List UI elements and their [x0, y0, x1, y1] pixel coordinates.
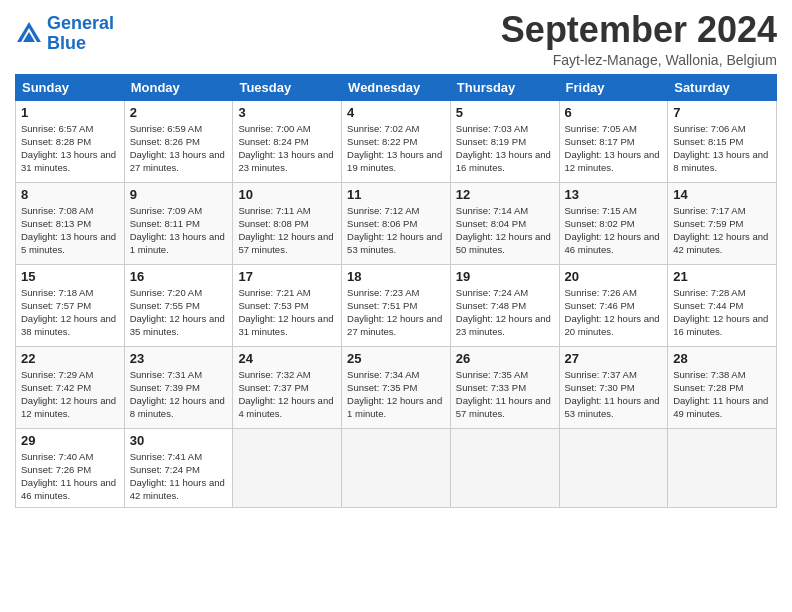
day-info: Sunrise: 7:40 AMSunset: 7:26 PMDaylight:… [21, 450, 119, 503]
day-number: 19 [456, 269, 554, 284]
day-info: Sunrise: 7:31 AMSunset: 7:39 PMDaylight:… [130, 368, 228, 421]
day-info: Sunrise: 6:57 AMSunset: 8:28 PMDaylight:… [21, 122, 119, 175]
header-tuesday: Tuesday [233, 74, 342, 100]
calendar-cell: 15Sunrise: 7:18 AMSunset: 7:57 PMDayligh… [16, 264, 125, 346]
logo-icon [15, 20, 43, 48]
day-info: Sunrise: 7:26 AMSunset: 7:46 PMDaylight:… [565, 286, 663, 339]
calendar-week-row: 22Sunrise: 7:29 AMSunset: 7:42 PMDayligh… [16, 346, 777, 428]
day-number: 14 [673, 187, 771, 202]
day-number: 7 [673, 105, 771, 120]
day-info: Sunrise: 7:12 AMSunset: 8:06 PMDaylight:… [347, 204, 445, 257]
day-info: Sunrise: 7:03 AMSunset: 8:19 PMDaylight:… [456, 122, 554, 175]
day-info: Sunrise: 7:14 AMSunset: 8:04 PMDaylight:… [456, 204, 554, 257]
day-info: Sunrise: 7:29 AMSunset: 7:42 PMDaylight:… [21, 368, 119, 421]
day-info: Sunrise: 6:59 AMSunset: 8:26 PMDaylight:… [130, 122, 228, 175]
calendar-cell: 18Sunrise: 7:23 AMSunset: 7:51 PMDayligh… [342, 264, 451, 346]
day-number: 22 [21, 351, 119, 366]
day-info: Sunrise: 7:17 AMSunset: 7:59 PMDaylight:… [673, 204, 771, 257]
day-info: Sunrise: 7:41 AMSunset: 7:24 PMDaylight:… [130, 450, 228, 503]
calendar-cell: 24Sunrise: 7:32 AMSunset: 7:37 PMDayligh… [233, 346, 342, 428]
calendar-cell: 11Sunrise: 7:12 AMSunset: 8:06 PMDayligh… [342, 182, 451, 264]
day-number: 12 [456, 187, 554, 202]
calendar: SundayMondayTuesdayWednesdayThursdayFrid… [15, 74, 777, 508]
day-number: 4 [347, 105, 445, 120]
day-number: 27 [565, 351, 663, 366]
calendar-cell: 26Sunrise: 7:35 AMSunset: 7:33 PMDayligh… [450, 346, 559, 428]
day-info: Sunrise: 7:23 AMSunset: 7:51 PMDaylight:… [347, 286, 445, 339]
calendar-cell: 28Sunrise: 7:38 AMSunset: 7:28 PMDayligh… [668, 346, 777, 428]
day-number: 30 [130, 433, 228, 448]
day-number: 6 [565, 105, 663, 120]
calendar-cell: 20Sunrise: 7:26 AMSunset: 7:46 PMDayligh… [559, 264, 668, 346]
header-saturday: Saturday [668, 74, 777, 100]
calendar-week-row: 15Sunrise: 7:18 AMSunset: 7:57 PMDayligh… [16, 264, 777, 346]
day-info: Sunrise: 7:11 AMSunset: 8:08 PMDaylight:… [238, 204, 336, 257]
calendar-cell [233, 428, 342, 507]
header: General Blue September 2024 Fayt-lez-Man… [15, 10, 777, 68]
calendar-week-row: 29Sunrise: 7:40 AMSunset: 7:26 PMDayligh… [16, 428, 777, 507]
day-info: Sunrise: 7:08 AMSunset: 8:13 PMDaylight:… [21, 204, 119, 257]
calendar-cell: 25Sunrise: 7:34 AMSunset: 7:35 PMDayligh… [342, 346, 451, 428]
calendar-cell: 9Sunrise: 7:09 AMSunset: 8:11 PMDaylight… [124, 182, 233, 264]
calendar-header-row: SundayMondayTuesdayWednesdayThursdayFrid… [16, 74, 777, 100]
calendar-week-row: 1Sunrise: 6:57 AMSunset: 8:28 PMDaylight… [16, 100, 777, 182]
calendar-cell: 4Sunrise: 7:02 AMSunset: 8:22 PMDaylight… [342, 100, 451, 182]
header-friday: Friday [559, 74, 668, 100]
day-number: 17 [238, 269, 336, 284]
calendar-cell: 8Sunrise: 7:08 AMSunset: 8:13 PMDaylight… [16, 182, 125, 264]
calendar-cell: 3Sunrise: 7:00 AMSunset: 8:24 PMDaylight… [233, 100, 342, 182]
day-number: 9 [130, 187, 228, 202]
day-number: 18 [347, 269, 445, 284]
day-number: 20 [565, 269, 663, 284]
logo: General Blue [15, 14, 114, 54]
calendar-cell: 23Sunrise: 7:31 AMSunset: 7:39 PMDayligh… [124, 346, 233, 428]
day-number: 3 [238, 105, 336, 120]
day-number: 11 [347, 187, 445, 202]
calendar-cell: 27Sunrise: 7:37 AMSunset: 7:30 PMDayligh… [559, 346, 668, 428]
calendar-cell: 12Sunrise: 7:14 AMSunset: 8:04 PMDayligh… [450, 182, 559, 264]
header-sunday: Sunday [16, 74, 125, 100]
calendar-cell: 22Sunrise: 7:29 AMSunset: 7:42 PMDayligh… [16, 346, 125, 428]
calendar-cell: 10Sunrise: 7:11 AMSunset: 8:08 PMDayligh… [233, 182, 342, 264]
page: General Blue September 2024 Fayt-lez-Man… [0, 0, 792, 612]
day-number: 13 [565, 187, 663, 202]
calendar-cell: 16Sunrise: 7:20 AMSunset: 7:55 PMDayligh… [124, 264, 233, 346]
calendar-cell: 13Sunrise: 7:15 AMSunset: 8:02 PMDayligh… [559, 182, 668, 264]
day-info: Sunrise: 7:35 AMSunset: 7:33 PMDaylight:… [456, 368, 554, 421]
calendar-cell: 7Sunrise: 7:06 AMSunset: 8:15 PMDaylight… [668, 100, 777, 182]
calendar-cell: 14Sunrise: 7:17 AMSunset: 7:59 PMDayligh… [668, 182, 777, 264]
day-info: Sunrise: 7:28 AMSunset: 7:44 PMDaylight:… [673, 286, 771, 339]
calendar-week-row: 8Sunrise: 7:08 AMSunset: 8:13 PMDaylight… [16, 182, 777, 264]
day-info: Sunrise: 7:06 AMSunset: 8:15 PMDaylight:… [673, 122, 771, 175]
logo-line1: General [47, 13, 114, 33]
day-info: Sunrise: 7:21 AMSunset: 7:53 PMDaylight:… [238, 286, 336, 339]
day-number: 16 [130, 269, 228, 284]
day-info: Sunrise: 7:24 AMSunset: 7:48 PMDaylight:… [456, 286, 554, 339]
day-number: 15 [21, 269, 119, 284]
day-number: 5 [456, 105, 554, 120]
day-info: Sunrise: 7:37 AMSunset: 7:30 PMDaylight:… [565, 368, 663, 421]
calendar-cell: 29Sunrise: 7:40 AMSunset: 7:26 PMDayligh… [16, 428, 125, 507]
day-info: Sunrise: 7:18 AMSunset: 7:57 PMDaylight:… [21, 286, 119, 339]
header-thursday: Thursday [450, 74, 559, 100]
calendar-cell: 5Sunrise: 7:03 AMSunset: 8:19 PMDaylight… [450, 100, 559, 182]
day-number: 21 [673, 269, 771, 284]
calendar-cell [559, 428, 668, 507]
day-info: Sunrise: 7:09 AMSunset: 8:11 PMDaylight:… [130, 204, 228, 257]
day-info: Sunrise: 7:05 AMSunset: 8:17 PMDaylight:… [565, 122, 663, 175]
day-number: 1 [21, 105, 119, 120]
calendar-cell: 2Sunrise: 6:59 AMSunset: 8:26 PMDaylight… [124, 100, 233, 182]
day-number: 23 [130, 351, 228, 366]
day-info: Sunrise: 7:00 AMSunset: 8:24 PMDaylight:… [238, 122, 336, 175]
calendar-cell: 30Sunrise: 7:41 AMSunset: 7:24 PMDayligh… [124, 428, 233, 507]
calendar-cell: 1Sunrise: 6:57 AMSunset: 8:28 PMDaylight… [16, 100, 125, 182]
logo-line2: Blue [47, 33, 86, 53]
calendar-cell [342, 428, 451, 507]
header-monday: Monday [124, 74, 233, 100]
day-info: Sunrise: 7:15 AMSunset: 8:02 PMDaylight:… [565, 204, 663, 257]
month-title: September 2024 [501, 10, 777, 50]
calendar-cell: 19Sunrise: 7:24 AMSunset: 7:48 PMDayligh… [450, 264, 559, 346]
day-number: 8 [21, 187, 119, 202]
calendar-cell [450, 428, 559, 507]
day-number: 29 [21, 433, 119, 448]
